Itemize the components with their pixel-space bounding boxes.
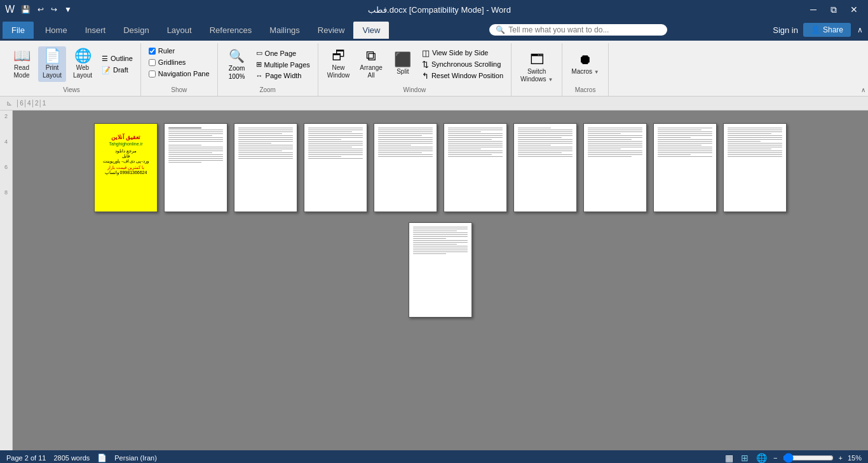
sync-scroll-icon: ⇅: [422, 60, 429, 69]
split-button[interactable]: ⬛ Split: [389, 50, 417, 78]
page-2[interactable]: [164, 123, 227, 212]
macros-group: ⏺ Macros ▼ Macros: [562, 43, 608, 96]
gridlines-checkbox[interactable]: [149, 59, 156, 66]
page-6[interactable]: [444, 123, 507, 212]
ruler-checkbox-row[interactable]: Ruler: [146, 46, 177, 56]
web-layout-icon: 🌐: [74, 49, 92, 63]
web-layout-button[interactable]: 🌐 WebLayout: [69, 46, 97, 82]
print-view-button[interactable]: ▦: [724, 452, 735, 463]
page-10[interactable]: [723, 123, 787, 212]
status-bar: Page 2 of 11 2805 words 📄 Persian (Iran)…: [0, 450, 868, 463]
page-4[interactable]: [304, 123, 367, 212]
ribbon-section-collapse[interactable]: ∧: [861, 86, 865, 93]
split-icon: ⬛: [394, 53, 411, 67]
macros-group-content: ⏺ Macros ▼: [567, 43, 602, 85]
ruler-bar: ⊾ │6 │4 │2 │1: [0, 97, 868, 111]
gridlines-checkbox-row[interactable]: Gridlines: [146, 57, 188, 67]
restore-button[interactable]: ⧉: [825, 3, 843, 17]
nav-pane-checkbox[interactable]: [149, 70, 156, 77]
page-9[interactable]: [653, 123, 717, 212]
tab-mailings[interactable]: Mailings: [261, 22, 309, 39]
page-1[interactable]: تعقیق آنلاین Tahghighonline.ir مرجع دانل…: [94, 123, 158, 212]
switch-windows-group: 🗔 SwitchWindows ▼: [512, 43, 562, 96]
read-mode-button[interactable]: 📖 ReadMode: [8, 46, 36, 82]
word-icon: W: [5, 4, 15, 15]
arrange-all-button[interactable]: ⧉ ArrangeAll: [356, 46, 386, 82]
outline-button[interactable]: ☰ Outline: [99, 53, 135, 64]
search-input[interactable]: [508, 25, 661, 34]
print-layout-icon: 📄: [44, 49, 61, 63]
ruler-toggle-icon[interactable]: ⊾: [6, 99, 12, 107]
one-page-button[interactable]: ▭ One Page: [254, 48, 313, 58]
multiple-page-view-button[interactable]: ⊞: [740, 452, 750, 463]
tab-references[interactable]: References: [201, 22, 261, 39]
multiple-pages-button[interactable]: ⊞ Multiple Pages: [254, 59, 313, 70]
ruler-checkbox[interactable]: [149, 48, 156, 55]
reset-window-icon: ↰: [422, 71, 429, 81]
sign-in-button[interactable]: Sign in: [768, 23, 803, 37]
save-button[interactable]: 💾: [18, 4, 33, 15]
switch-windows-label: SwitchWindows ▼: [520, 68, 553, 83]
customize-quick-access[interactable]: ▼: [62, 4, 74, 15]
print-layout-label: PrintLayout: [43, 64, 62, 79]
tab-design[interactable]: Design: [114, 22, 158, 39]
zoom-slider[interactable]: [783, 453, 834, 463]
window-title: فطب.docx [Compatibility Mode] - Word: [74, 5, 804, 15]
outline-draft-stack: ☰ Outline 📝 Draft: [99, 53, 135, 76]
nav-pane-checkbox-row[interactable]: Navigation Pane: [146, 69, 212, 79]
show-group: Ruler Gridlines Navigation Pane Show: [141, 43, 218, 96]
new-window-button[interactable]: 🗗 NewWindow: [323, 46, 354, 82]
window-options-stack: ◫ View Side by Side ⇅ Synchronous Scroll…: [419, 48, 506, 81]
tab-file[interactable]: File: [3, 22, 34, 39]
tab-review[interactable]: Review: [309, 22, 354, 39]
zoom-plus-icon[interactable]: +: [839, 454, 843, 462]
ruler-v-8: 8: [4, 189, 8, 196]
page-11[interactable]: [409, 222, 472, 318]
ribbon-collapse[interactable]: ∧: [855, 24, 865, 36]
pages-container[interactable]: تعقیق آنلاین Tahghighonline.ir مرجع دانل…: [13, 111, 868, 450]
page-5[interactable]: [374, 123, 437, 212]
language: Persian (Iran): [114, 454, 157, 462]
views-group-label: Views: [8, 85, 135, 96]
page-3[interactable]: [234, 123, 297, 212]
one-page-icon: ▭: [256, 49, 262, 57]
tab-view[interactable]: View: [353, 22, 389, 39]
macros-button[interactable]: ⏺ Macros ▼: [567, 50, 602, 78]
tab-layout[interactable]: Layout: [158, 22, 201, 39]
undo-button[interactable]: ↩: [35, 4, 46, 15]
switch-windows-button[interactable]: 🗔 SwitchWindows ▼: [517, 50, 557, 86]
switch-windows-group-label: [517, 92, 557, 96]
ribbon-content: 📖 ReadMode 📄 PrintLayout 🌐 WebLayout ☰ O…: [0, 41, 868, 97]
macros-group-label: Macros: [567, 85, 602, 96]
zoom-minus-icon[interactable]: −: [773, 454, 777, 462]
multiple-pages-icon: ⊞: [256, 60, 262, 69]
tab-insert[interactable]: Insert: [76, 22, 115, 39]
pages-row-1: تعقیق آنلاین Tahghighonline.ir مرجع دانل…: [94, 123, 787, 212]
share-button[interactable]: 👤 Share: [803, 23, 851, 37]
close-button[interactable]: ✕: [845, 3, 863, 17]
multiple-pages-label: Multiple Pages: [264, 61, 310, 69]
title-bar-left: W 💾 ↩ ↪ ▼: [5, 4, 74, 15]
draft-button[interactable]: 📝 Draft: [99, 65, 135, 76]
web-view-button[interactable]: 🌐: [755, 452, 768, 463]
page-8[interactable]: [583, 123, 647, 212]
sync-scroll-label: Synchronous Scrolling: [431, 60, 501, 68]
view-side-by-side-button[interactable]: ◫ View Side by Side: [419, 48, 506, 58]
page-info: Page 2 of 11: [6, 454, 46, 462]
zoom-button[interactable]: 🔍 Zoom 100%: [223, 46, 251, 83]
views-group: 📖 ReadMode 📄 PrintLayout 🌐 WebLayout ☰ O…: [3, 43, 141, 96]
redo-button[interactable]: ↪: [48, 4, 60, 15]
page-7[interactable]: [513, 123, 577, 212]
page-width-button[interactable]: ↔ Page Width: [254, 70, 313, 81]
draft-label: Draft: [113, 66, 128, 74]
print-layout-button[interactable]: 📄 PrintLayout: [38, 46, 66, 82]
minimize-button[interactable]: ─: [804, 3, 822, 17]
synchronous-scrolling-button[interactable]: ⇅ Synchronous Scrolling: [419, 59, 506, 70]
new-window-label: NewWindow: [327, 64, 350, 79]
search-wrap: 🔍: [489, 24, 667, 36]
search-bar: 🔍: [389, 24, 768, 36]
ruler-mark-6: │6: [16, 100, 24, 107]
web-layout-label: WebLayout: [73, 64, 92, 79]
reset-window-position-button[interactable]: ↰ Reset Window Position: [419, 70, 506, 81]
tab-home[interactable]: Home: [36, 22, 76, 39]
